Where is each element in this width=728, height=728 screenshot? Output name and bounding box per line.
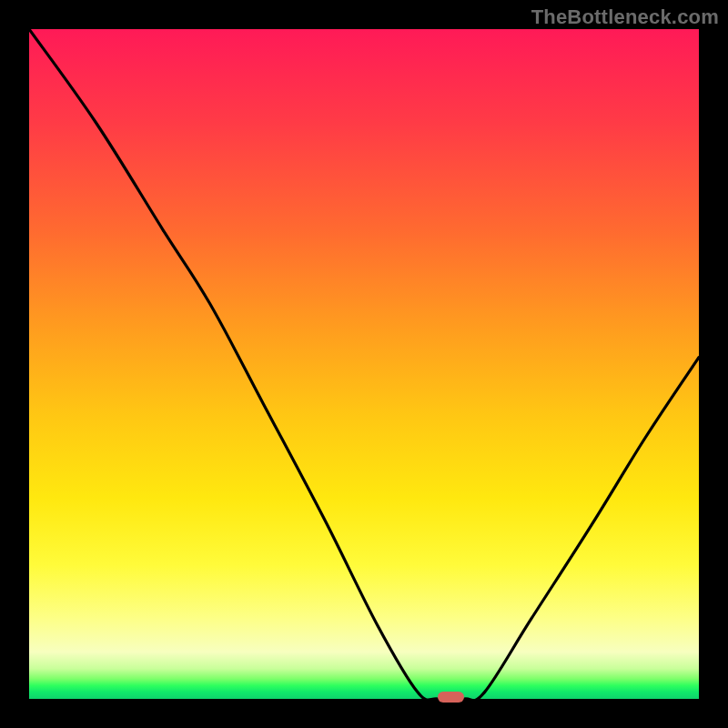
chart-frame: TheBottleneck.com: [0, 0, 728, 728]
optimum-marker: [438, 692, 464, 703]
watermark-text: TheBottleneck.com: [531, 5, 719, 29]
plot-area: [29, 29, 699, 699]
curve-svg: [29, 29, 699, 699]
bottleneck-curve: [29, 29, 699, 699]
